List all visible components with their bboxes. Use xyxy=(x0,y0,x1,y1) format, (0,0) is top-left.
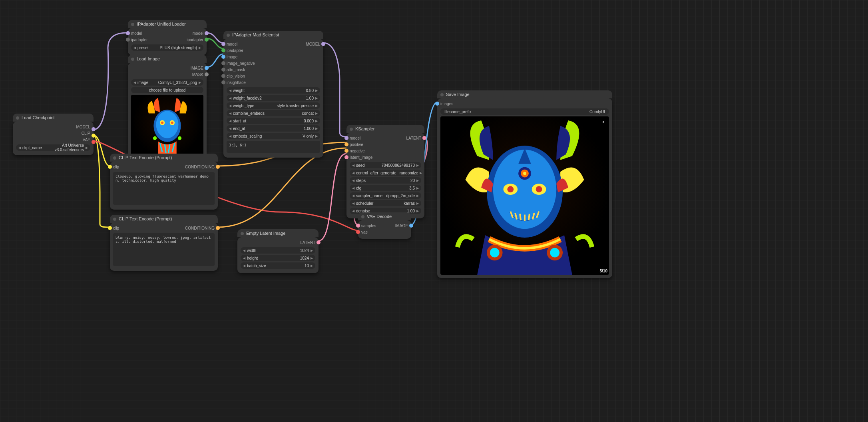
steps-widget[interactable]: ◀steps20▶ xyxy=(350,177,421,184)
port-out-cond[interactable] xyxy=(216,226,220,230)
port-image[interactable] xyxy=(205,66,209,70)
weight-type-widget[interactable]: ◀weight_typestyle transfer precise▶ xyxy=(227,102,320,109)
node-clip-negative[interactable]: CLIP Text Encode (Prompt) clipCONDITIONI… xyxy=(110,223,218,271)
input-ipadapter: ipadapter xyxy=(131,37,148,43)
node-save-image[interactable]: Save Image images filename_prefixComfyUI xyxy=(437,98,612,278)
embeds-scaling-widget[interactable]: ◀embeds_scalingV only▶ xyxy=(227,133,320,139)
node-title: IPAdapter Mad Scientist xyxy=(223,31,323,39)
svg-point-20 xyxy=(550,248,559,258)
ckpt-name-widget[interactable]: ◀ckpt_nameArt Universe v3.0.safetensors▶ xyxy=(16,144,90,151)
svg-point-16 xyxy=(536,186,542,192)
close-preview-button[interactable]: x xyxy=(600,119,607,125)
node-title: IPAdapter Unified Loader xyxy=(128,20,207,28)
port-out-cond[interactable] xyxy=(216,165,220,169)
prompt-input[interactable]: blurry, noisy, messy, lowres, jpeg, arti… xyxy=(113,233,215,266)
node-title: CLIP Text Encode (Prompt) xyxy=(110,215,218,223)
output-mask: MASK xyxy=(192,72,203,78)
port-in-image[interactable] xyxy=(221,55,225,59)
weight-widget[interactable]: ◀weight0.80▶ xyxy=(227,87,320,94)
node-graph-canvas[interactable]: Load Checkpoint MODEL CLIP VAE ◀ckpt_nam… xyxy=(0,0,868,422)
output-latent: LATENT xyxy=(406,135,421,142)
input-vae: vae xyxy=(361,229,368,236)
node-clip-positive[interactable]: CLIP Text Encode (Prompt) clipCONDITIONI… xyxy=(110,162,218,210)
port-out-ipadapter[interactable] xyxy=(205,38,209,42)
output-conditioning: CONDITIONING xyxy=(185,225,215,232)
port-in-negative[interactable] xyxy=(344,149,348,153)
layer-weights-input[interactable]: 3:3, 6:1 xyxy=(227,141,320,153)
height-widget[interactable]: ◀height1024▶ xyxy=(241,255,315,261)
port-in-image-neg[interactable] xyxy=(221,61,225,65)
node-title: Load Image xyxy=(128,55,207,63)
port-model[interactable] xyxy=(92,127,96,131)
port-in-ipadapter[interactable] xyxy=(126,38,130,42)
prompt-input[interactable]: closeup, glowing fluorescent warhammer d… xyxy=(113,172,215,205)
svg-point-15 xyxy=(507,186,514,192)
cfg-widget[interactable]: ◀cfg3.5▶ xyxy=(350,185,421,191)
port-out-model[interactable] xyxy=(205,31,209,35)
port-out-latent[interactable] xyxy=(422,136,426,140)
filename-prefix-widget[interactable]: filename_prefixComfyUI xyxy=(440,108,609,115)
node-ipadapter-mad-scientist[interactable]: IPAdapter Mad Scientist modelMODEL ipada… xyxy=(223,39,323,158)
port-in-model[interactable] xyxy=(221,42,225,46)
port-in-positive[interactable] xyxy=(344,142,348,146)
output-image: IMAGE xyxy=(395,223,408,229)
control-after-generate-widget[interactable]: ◀control_after_generaterandomize▶ xyxy=(350,170,421,176)
port-mask[interactable] xyxy=(205,72,209,76)
port-in-clip[interactable] xyxy=(108,165,112,169)
image-preview xyxy=(131,95,203,157)
svg-point-12 xyxy=(523,172,526,175)
node-load-checkpoint[interactable]: Load Checkpoint MODEL CLIP VAE ◀ckpt_nam… xyxy=(13,122,94,155)
svg-point-5 xyxy=(171,122,173,124)
preset-widget[interactable]: ◀presetPLUS (high strength)▶ xyxy=(131,44,203,51)
batch-size-widget[interactable]: ◀batch_size10▶ xyxy=(241,262,315,269)
demon-icon xyxy=(131,95,203,157)
port-in-clip[interactable] xyxy=(108,226,112,230)
end-at-widget[interactable]: ◀end_at1.000▶ xyxy=(227,125,320,132)
svg-point-4 xyxy=(161,122,163,124)
node-load-image[interactable]: Load Image IMAGE MASK ◀imageComfyUI_3182… xyxy=(128,63,207,160)
port-in-latent[interactable] xyxy=(344,155,348,159)
port-in-samples[interactable] xyxy=(356,224,360,228)
upload-button[interactable]: choose file to upload xyxy=(131,87,203,93)
port-in-insight[interactable] xyxy=(221,80,225,84)
svg-point-6 xyxy=(153,136,157,140)
node-ksampler[interactable]: KSampler modelLATENT positive negative l… xyxy=(346,133,424,218)
output-conditioning: CONDITIONING xyxy=(185,164,215,170)
node-title: Empty Latent Image xyxy=(237,229,319,237)
input-clip: clip xyxy=(113,225,119,232)
node-title: VAE Decode xyxy=(358,212,411,220)
input-model: model xyxy=(227,41,237,48)
port-in-clipv[interactable] xyxy=(221,74,225,78)
input-samples: samples xyxy=(361,223,376,229)
port-out-latent[interactable] xyxy=(317,240,321,244)
port-in-model[interactable] xyxy=(126,31,130,35)
svg-point-1 xyxy=(156,111,179,138)
node-ipadapter-loader[interactable]: IPAdapter Unified Loader modelmodel ipad… xyxy=(128,28,207,55)
combine-embeds-widget[interactable]: ◀combine_embedsconcat▶ xyxy=(227,110,320,116)
port-in-ipadapter[interactable] xyxy=(221,48,225,52)
width-widget[interactable]: ◀width1024▶ xyxy=(241,247,315,254)
node-empty-latent[interactable]: Empty Latent Image LATENT ◀width1024▶ ◀h… xyxy=(237,237,319,273)
port-clip[interactable] xyxy=(92,134,96,138)
output-vae: VAE xyxy=(83,137,90,143)
input-negative: negative xyxy=(350,148,365,154)
node-vae-decode[interactable]: VAE Decode samplesIMAGE vae xyxy=(358,220,411,239)
port-out-image[interactable] xyxy=(409,224,413,228)
port-out-model[interactable] xyxy=(321,42,325,46)
start-at-widget[interactable]: ◀start_at0.000▶ xyxy=(227,118,320,124)
port-in-model[interactable] xyxy=(344,136,348,140)
port-in-vae[interactable] xyxy=(356,230,360,234)
image-file-widget[interactable]: ◀imageComfyUI_31823_.png▶ xyxy=(131,79,203,86)
seed-widget[interactable]: ◀seed784500862499173▶ xyxy=(350,162,421,168)
port-in-images[interactable] xyxy=(435,102,439,106)
input-image: image xyxy=(227,54,237,60)
output-model: model xyxy=(193,30,203,37)
scheduler-widget[interactable]: ◀schedulerkarras▶ xyxy=(350,200,421,206)
weight-faceidv2-widget[interactable]: ◀weight_faceidv21.00▶ xyxy=(227,95,320,101)
sampler-name-widget[interactable]: ◀sampler_namedpmpp_2m_sde▶ xyxy=(350,192,421,199)
input-clip-vision: clip_vision xyxy=(227,73,245,80)
port-in-attn[interactable] xyxy=(221,68,225,72)
port-vae[interactable] xyxy=(92,140,96,144)
node-title: CLIP Text Encode (Prompt) xyxy=(110,154,218,162)
input-clip: clip xyxy=(113,164,119,170)
